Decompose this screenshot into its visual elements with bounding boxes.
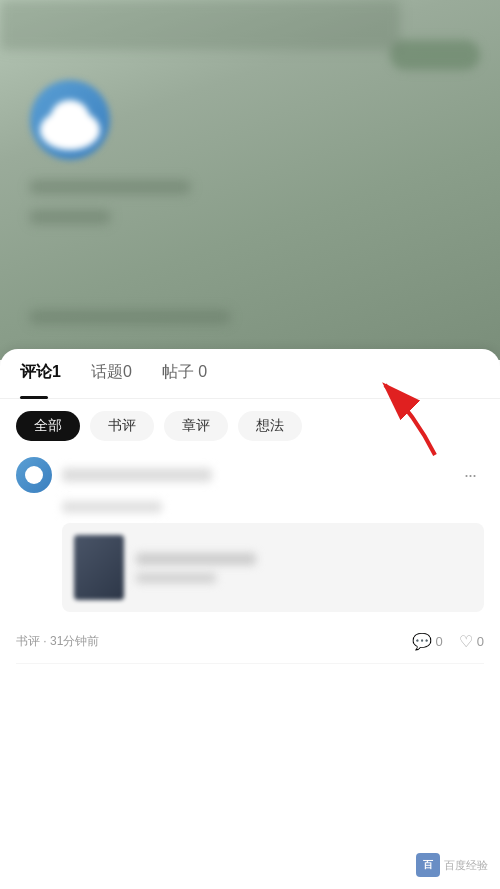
- comment-item: ··· 书评 · 31分钟前 💬 0 ♡ 0: [0, 457, 500, 664]
- like-count: 0: [477, 634, 484, 649]
- book-title-blurred: [136, 553, 256, 565]
- book-cover-image: [74, 535, 124, 600]
- filter-all[interactable]: 全部: [16, 411, 80, 441]
- avatar: [30, 80, 110, 160]
- comment-actions: 💬 0 ♡ 0: [412, 632, 484, 651]
- comment-icon: 💬: [412, 632, 432, 651]
- username-blurred: [30, 180, 190, 194]
- tabs-container: 评论1 话题0 帖子 0: [0, 349, 500, 399]
- tab-comments[interactable]: 评论1: [20, 362, 61, 385]
- filter-row: 全部 书评 章评 想法: [0, 399, 500, 453]
- watermark-label: 百度经验: [444, 858, 488, 873]
- comment-count: 0: [436, 634, 443, 649]
- user-stats-blurred: [0, 0, 400, 50]
- comment-like-button[interactable]: ♡ 0: [459, 632, 484, 651]
- filter-thought[interactable]: 想法: [238, 411, 302, 441]
- user-tags-blurred: [30, 310, 230, 324]
- content-sheet: 评论1 话题0 帖子 0 全部 书评 章评 想法 ···: [0, 349, 500, 889]
- commenter-avatar: [16, 457, 52, 493]
- book-author-blurred: [136, 573, 216, 583]
- tab-posts[interactable]: 帖子 0: [162, 362, 207, 385]
- comment-reply-button[interactable]: 💬 0: [412, 632, 443, 651]
- commenter-name-blurred: [62, 468, 212, 482]
- more-options-button[interactable]: ···: [456, 461, 484, 489]
- comment-header: ···: [16, 457, 484, 493]
- tab-topics[interactable]: 话题0: [91, 362, 132, 385]
- comment-footer: 书评 · 31分钟前 💬 0 ♡ 0: [16, 624, 484, 664]
- comment-text-blurred: [62, 501, 162, 513]
- baidu-icon: 百: [416, 853, 440, 877]
- comment-user: [16, 457, 212, 493]
- watermark: 百 百度经验: [416, 853, 488, 877]
- book-info: [136, 553, 472, 583]
- filter-chapter-review[interactable]: 章评: [164, 411, 228, 441]
- filter-book-review[interactable]: 书评: [90, 411, 154, 441]
- follow-button: [390, 40, 480, 70]
- heart-icon: ♡: [459, 632, 473, 651]
- comment-meta: 书评 · 31分钟前: [16, 633, 99, 650]
- user-subtitle-blurred: [30, 210, 110, 224]
- profile-header: [0, 0, 500, 360]
- book-preview-card[interactable]: [62, 523, 484, 612]
